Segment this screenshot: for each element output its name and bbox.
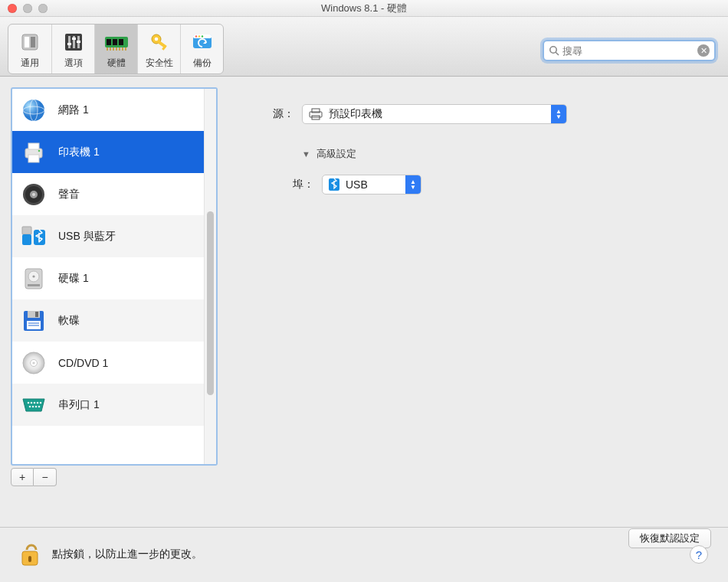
usb-bluetooth-icon — [20, 223, 48, 250]
chip-icon — [103, 29, 130, 55]
clear-search-icon[interactable]: ✕ — [697, 44, 710, 57]
svg-rect-49 — [28, 284, 40, 286]
port-label: 埠： — [279, 178, 322, 191]
advanced-label: 高級設定 — [316, 147, 356, 161]
sidebar-item-label: 串列口 1 — [58, 398, 100, 412]
remove-button[interactable]: − — [34, 468, 57, 486]
tab-label: 備份 — [193, 57, 212, 70]
sidebar-item-harddisk[interactable]: 硬碟 1 — [12, 257, 204, 299]
svg-point-63 — [40, 401, 42, 404]
svg-point-28 — [198, 35, 199, 37]
svg-point-59 — [28, 401, 30, 404]
svg-line-31 — [556, 52, 559, 55]
help-button[interactable]: ? — [690, 545, 708, 564]
advanced-disclosure[interactable]: ▼ 高級設定 — [302, 147, 702, 161]
printer-icon — [20, 139, 48, 166]
svg-rect-1 — [25, 37, 29, 47]
source-label: 源： — [248, 107, 302, 121]
svg-rect-8 — [72, 38, 76, 40]
window-title: Windows 8.1 - 硬體 — [0, 2, 728, 15]
svg-rect-43 — [22, 227, 31, 234]
svg-rect-44 — [22, 234, 31, 245]
stepper-arrows-icon: ▲▼ — [551, 105, 566, 123]
printer-small-icon — [309, 108, 323, 120]
svg-rect-17 — [116, 47, 117, 51]
switch-icon — [17, 29, 43, 55]
source-row: 源： 預設印表機 ▲▼ — [248, 104, 702, 124]
svg-point-58 — [32, 361, 34, 364]
add-remove-bar: + − — [11, 468, 218, 486]
floppy-icon — [20, 307, 48, 335]
svg-point-29 — [201, 35, 202, 37]
network-icon — [20, 96, 48, 124]
svg-rect-11 — [107, 39, 111, 45]
sidebar-item-label: 聲音 — [58, 188, 80, 201]
tab-label: 安全性 — [146, 57, 173, 70]
svg-rect-12 — [113, 39, 117, 45]
serial-icon — [20, 391, 48, 419]
svg-rect-19 — [122, 47, 123, 51]
search-input[interactable] — [562, 45, 697, 57]
bluetooth-small-icon — [329, 178, 339, 191]
sidebar-scrollbar[interactable] — [204, 89, 216, 464]
source-value: 預設印表機 — [329, 107, 551, 121]
svg-rect-73 — [28, 556, 31, 562]
sidebar-wrap: 網路 1 印表機 1 聲音 — [11, 87, 218, 519]
port-value: USB — [346, 178, 405, 191]
tab-hardware[interactable]: 硬體 — [94, 25, 137, 74]
tab-backup[interactable]: 備份 — [180, 25, 223, 74]
hardware-list[interactable]: 網路 1 印表機 1 聲音 — [12, 89, 204, 464]
port-row: 埠： USB ▲▼ — [279, 175, 702, 195]
content-pane: 源： 預設印表機 ▲▼ ▼ 高級設定 埠： USB ▲▼ — [218, 87, 717, 519]
key-icon — [146, 29, 172, 55]
toolbar: 通用 選項 硬體 安全性 備份 — [0, 17, 728, 77]
lock-open-icon — [18, 541, 41, 568]
sidebar-item-label: 硬碟 1 — [58, 272, 89, 286]
svg-rect-36 — [28, 143, 39, 149]
backup-icon — [189, 29, 215, 55]
svg-point-48 — [32, 275, 34, 277]
tab-label: 通用 — [21, 57, 39, 70]
sidebar-item-label: 軟碟 — [58, 314, 80, 328]
svg-point-27 — [195, 35, 196, 37]
svg-point-38 — [38, 149, 41, 152]
svg-point-62 — [37, 401, 39, 404]
svg-rect-20 — [125, 47, 126, 51]
tab-label: 選項 — [64, 57, 83, 70]
scrollbar-thumb[interactable] — [207, 211, 214, 395]
sidebar-item-usb-bt[interactable]: USB 與藍牙 — [12, 215, 204, 257]
svg-rect-9 — [77, 41, 80, 43]
lock-area[interactable]: 點按鎖，以防止進一步的更改。 — [18, 541, 202, 568]
svg-point-65 — [32, 405, 34, 407]
svg-rect-2 — [31, 37, 35, 47]
svg-point-22 — [154, 37, 158, 41]
search-wrap: ✕ — [543, 40, 716, 61]
sidebar-item-sound[interactable]: 聲音 — [12, 173, 204, 215]
svg-rect-14 — [107, 47, 108, 51]
tab-label: 硬體 — [107, 57, 126, 70]
sidebar-item-label: USB 與藍牙 — [58, 230, 116, 244]
svg-rect-37 — [28, 155, 39, 162]
port-select[interactable]: USB ▲▼ — [322, 175, 421, 195]
svg-rect-18 — [119, 47, 120, 51]
svg-rect-52 — [35, 312, 38, 317]
tab-general[interactable]: 通用 — [8, 25, 51, 74]
sidebar-item-serial[interactable]: 串列口 1 — [12, 384, 204, 426]
svg-point-61 — [34, 401, 36, 404]
svg-point-42 — [32, 193, 35, 196]
add-button[interactable]: + — [11, 468, 34, 486]
search-field[interactable]: ✕ — [543, 40, 716, 61]
sidebar-item-printer[interactable]: 印表機 1 — [12, 131, 204, 173]
sidebar-item-floppy[interactable]: 軟碟 — [12, 299, 204, 342]
tab-options[interactable]: 選項 — [51, 25, 94, 74]
sidebar-item-label: 印表機 1 — [58, 146, 100, 159]
source-select[interactable]: 預設印表機 ▲▼ — [302, 104, 567, 124]
sidebar-item-network[interactable]: 網路 1 — [12, 89, 204, 131]
svg-point-66 — [35, 405, 38, 407]
svg-point-32 — [23, 100, 44, 121]
lock-text: 點按鎖，以防止進一步的更改。 — [52, 548, 202, 561]
harddisk-icon — [20, 265, 48, 293]
sidebar-item-cd[interactable]: CD/DVD 1 — [12, 342, 204, 384]
svg-rect-16 — [113, 47, 114, 51]
tab-security[interactable]: 安全性 — [137, 25, 180, 74]
